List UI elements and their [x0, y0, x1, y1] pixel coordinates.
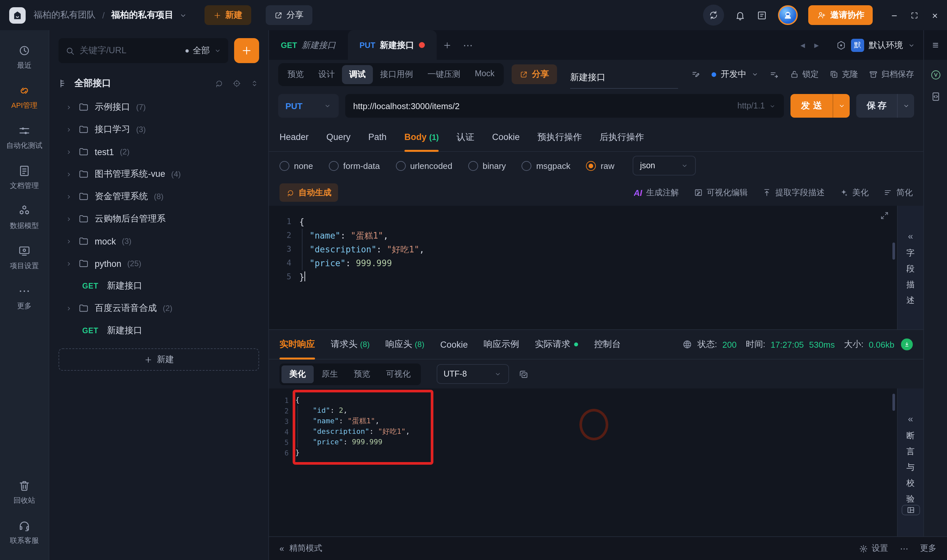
code-panel-icon[interactable]	[930, 91, 941, 102]
tree-folder-row[interactable]: 百度云语音合成(2)	[59, 297, 259, 320]
editor-action-生成注解[interactable]: AI生成注解	[634, 187, 679, 198]
url-input[interactable]: http://localhost:3000/items/2 http/1.1	[345, 94, 784, 118]
response-body-viewer[interactable]: 123456{ "id": 2, "name": "蛋糕1", "descrip…	[269, 388, 897, 536]
send-options-chevron-icon[interactable]	[833, 94, 850, 118]
response-tab-实时响应[interactable]: 实时响应	[280, 330, 315, 359]
response-tab-实际请求[interactable]: 实际请求	[535, 330, 578, 359]
request-body-editor[interactable]: 12345{ "name": "蛋糕1", "description": "好吃…	[269, 206, 897, 329]
body-type-radio-binary[interactable]: binary	[468, 161, 506, 171]
response-tab-请求头[interactable]: 请求头(8)	[331, 330, 370, 359]
rail-item-最近[interactable]: 最近	[6, 37, 42, 77]
new-tab-button[interactable]	[436, 30, 457, 60]
app-logo-icon[interactable]	[9, 7, 26, 23]
tree-api-row[interactable]: GET新建接口	[59, 320, 259, 342]
simple-mode-toggle[interactable]: « 精简模式	[280, 543, 322, 554]
save-button[interactable]: 保存	[856, 94, 914, 118]
field-description-panel[interactable]: « 字段描述	[897, 206, 923, 329]
sync-icon[interactable]	[703, 5, 724, 26]
mode-tab-接口用例[interactable]: 接口用例	[373, 65, 420, 84]
request-tab-预执行操作[interactable]: 预执行操作	[537, 123, 582, 151]
window-close-button[interactable]: ×	[932, 9, 938, 21]
tab-more-button[interactable]: ⋯	[457, 30, 479, 60]
tree-folder-row[interactable]: mock(3)	[59, 230, 259, 252]
tree-folder-row[interactable]: test1(2)	[59, 141, 259, 163]
invite-collaborate-button[interactable]: 邀请协作	[808, 5, 873, 25]
field-panel-collapse-icon[interactable]: «	[908, 231, 913, 241]
view-mode-预览[interactable]: 预览	[346, 365, 378, 383]
mode-tab-Mock[interactable]: Mock	[468, 65, 502, 84]
http-version-dropdown[interactable]: http/1.1	[738, 101, 776, 111]
response-tab-响应示例[interactable]: 响应示例	[484, 330, 519, 359]
view-mode-原生[interactable]: 原生	[314, 365, 346, 383]
layout-grid-button[interactable]	[901, 505, 920, 515]
environment-selector[interactable]: 默 默认环境	[828, 30, 923, 60]
rail-item-回收站[interactable]: 回收站	[10, 472, 39, 512]
assertion-panel-collapse-icon[interactable]: «	[908, 414, 913, 424]
tree-folder-row[interactable]: 接口学习(3)	[59, 118, 259, 141]
user-avatar[interactable]	[778, 5, 798, 25]
tree-folder-row[interactable]: 图书管理系统-vue(4)	[59, 163, 259, 185]
search-filter-dropdown[interactable]: 全部	[185, 45, 222, 57]
layout-menu-button[interactable]: ≡	[923, 30, 947, 60]
rail-item-文档管理[interactable]: 文档管理	[6, 157, 42, 197]
tree-folder-row[interactable]: python(25)	[59, 252, 259, 275]
dev-status-dropdown[interactable]: 开发中	[711, 68, 759, 80]
rail-item-更多[interactable]: 更多	[6, 277, 42, 317]
document-tab-GET[interactable]: GET新建接口	[269, 30, 348, 60]
mode-tab-调试[interactable]: 调试	[342, 65, 373, 84]
request-tab-Query[interactable]: Query	[326, 123, 351, 151]
editor-expand-icon[interactable]	[880, 211, 889, 220]
rail-item-API管理[interactable]: API管理	[6, 77, 42, 117]
new-button[interactable]: 新建	[204, 5, 251, 25]
notifications-bell-icon[interactable]	[735, 9, 746, 21]
request-tab-Header[interactable]: Header	[280, 123, 309, 151]
view-mode-可视化[interactable]: 可视化	[378, 365, 419, 383]
send-button[interactable]: 发送	[790, 94, 850, 118]
endpoint-action-克隆[interactable]: 克隆	[829, 69, 858, 80]
endpoint-action-归档保存[interactable]: 归档保存	[869, 69, 914, 80]
document-tab-PUT[interactable]: PUT新建接口	[348, 30, 436, 60]
tree-folder-row[interactable]: 云购物后台管理系	[59, 208, 259, 230]
tree-new-button[interactable]: 新建	[59, 348, 259, 371]
editor-action-美化[interactable]: 美化	[839, 187, 869, 198]
more-button[interactable]: 更多	[920, 543, 936, 554]
team-name[interactable]: 福柏的私有团队	[34, 9, 96, 21]
add-api-button[interactable]	[234, 38, 259, 63]
autogen-button[interactable]: 自动生成	[280, 183, 338, 202]
tree-refresh-icon[interactable]	[214, 79, 223, 88]
request-tab-Path[interactable]: Path	[368, 123, 387, 151]
status-flow-icon[interactable]	[770, 69, 779, 79]
tree-api-row[interactable]: GET新建接口	[59, 275, 259, 297]
share-button-top[interactable]: 分享	[265, 5, 312, 25]
search-input[interactable]: 关键字/URL 全部	[59, 38, 228, 63]
rail-item-数据模型[interactable]: 数据模型	[6, 197, 42, 237]
body-format-select[interactable]: json	[633, 156, 696, 175]
request-editor-scrollbar[interactable]	[892, 243, 895, 260]
rail-item-自动化测试[interactable]: 自动化测试	[6, 117, 42, 157]
endpoint-title-input[interactable]: 新建接口	[570, 60, 678, 89]
encoding-select[interactable]: UTF-8	[436, 364, 509, 384]
endpoint-action-锁定[interactable]: 锁定	[790, 69, 819, 80]
tree-folder-row[interactable]: 示例接口(7)	[59, 96, 259, 118]
response-editor-scrollbar[interactable]	[892, 394, 895, 411]
request-tab-认证[interactable]: 认证	[457, 123, 474, 151]
mode-tab-一键压测[interactable]: 一键压测	[420, 65, 468, 84]
rename-icon[interactable]	[691, 69, 701, 79]
rail-item-项目设置[interactable]: 项目设置	[6, 237, 42, 277]
assertion-panel[interactable]: « 断言与校验	[897, 388, 923, 536]
history-back-button[interactable]: ◀	[800, 42, 805, 48]
method-select[interactable]: PUT	[278, 94, 339, 118]
body-type-radio-msgpack[interactable]: msgpack	[522, 161, 570, 171]
response-tab-响应头[interactable]: 响应头(8)	[385, 330, 424, 359]
body-type-radio-form-data[interactable]: form-data	[329, 161, 380, 171]
history-forward-button[interactable]: ▶	[814, 42, 819, 48]
settings-button[interactable]: 设置	[859, 543, 888, 554]
response-tab-控制台[interactable]: 控制台	[594, 330, 621, 359]
editor-action-可视化编辑[interactable]: 可视化编辑	[693, 187, 748, 198]
tree-expand-collapse-icon[interactable]	[250, 79, 259, 88]
project-chevron-down-icon[interactable]	[179, 11, 187, 19]
window-maximize-button[interactable]	[910, 11, 919, 19]
request-tab-后执行操作[interactable]: 后执行操作	[600, 123, 644, 151]
response-tab-Cookie[interactable]: Cookie	[440, 330, 468, 359]
save-options-chevron-icon[interactable]	[897, 94, 914, 118]
